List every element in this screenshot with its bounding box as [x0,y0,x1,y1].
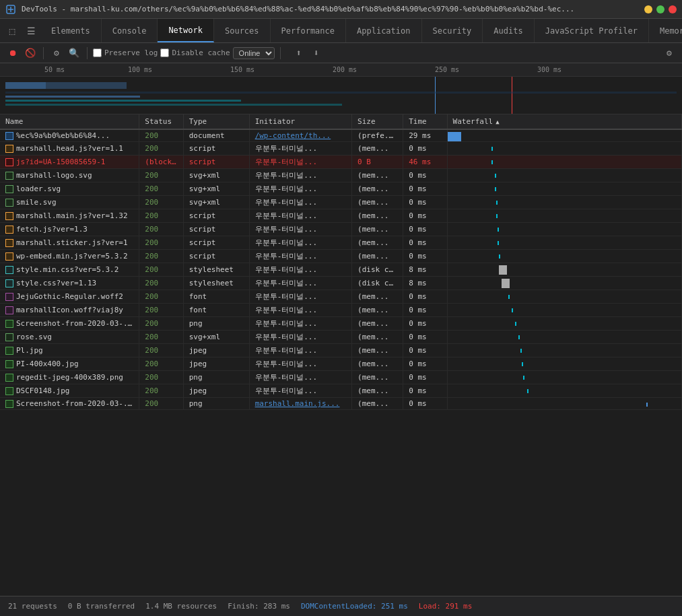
table-row[interactable]: marshall.head.js?ver=1.1200script우분투-터미널… [0,142,682,156]
stop-recording-btn[interactable]: ⏺ [5,46,20,61]
header-name[interactable]: Name [0,114,139,129]
script-file-icon [5,252,13,261]
waterfall-bar [502,279,510,288]
sort-arrow: ▲ [496,118,499,125]
table-row[interactable]: %ec%9a%b0%eb%b6%84...200document/wp-cont… [0,129,682,142]
table-row[interactable]: JejuGothic-Regular.woff2200font우분투-터미널..… [0,290,682,304]
file-name: marshall.main.js?ver=1.32 [16,211,128,220]
throttle-select[interactable]: Online [233,47,275,59]
minimize-btn[interactable] [644,5,652,13]
tab-js-profiler[interactable]: JavaScript Profiler [535,19,649,42]
header-type[interactable]: Type [183,114,249,129]
header-size[interactable]: Size [352,114,403,129]
cell-status: 200 [139,371,183,384]
cell-waterfall [447,277,681,290]
clear-btn[interactable]: 🚫 [23,46,38,61]
export-btn[interactable]: ⬇ [309,46,324,61]
ruler-250ms: 250 ms [435,63,459,76]
table-row[interactable]: style.css?ver=1.13200stylesheet우분투-터미널..… [0,277,682,290]
settings-btn[interactable]: ⚙ [662,46,677,61]
disable-cache-checkbox[interactable]: Disable cache [160,48,230,57]
cell-type: document [183,129,249,142]
table-row[interactable]: DSCF0148.jpg200jpeg우분투-터미널...(mem...0 ms [0,384,682,398]
cell-status: 200 [139,384,183,398]
search-btn[interactable]: 🔍 [67,46,81,61]
resources-size: 1.4 MB resources [145,602,217,611]
maximize-btn[interactable] [656,5,664,13]
table-row[interactable]: wp-embed.min.js?ver=5.3.2200script우분투-터미… [0,250,682,263]
cell-size: (mem... [352,142,403,156]
header-initiator[interactable]: Initiator [249,114,351,129]
table-row[interactable]: marshall.main.js?ver=1.32200script우분투-터미… [0,209,682,223]
tab-performance[interactable]: Performance [271,19,346,42]
cell-time: 0 ms [403,317,447,331]
tab-elements[interactable]: Elements [40,19,102,42]
table-row[interactable]: fetch.js?ver=1.3200script우분투-터미널...(mem.… [0,223,682,236]
svg-file-icon [5,185,13,193]
file-name: smile.svg [16,198,57,207]
table-row[interactable]: Screenshot-from-2020-03-...200pngmarshal… [0,398,682,410]
devtools-cursor-icon[interactable]: ⬚ [3,19,22,43]
cell-status: 200 [139,357,183,371]
table-row[interactable]: style.min.css?ver=5.3.2200stylesheet우분투-… [0,263,682,277]
cell-time: 0 ms [403,209,447,223]
table-row[interactable]: smile.svg200svg+xml우분투-터미널...(mem...0 ms [0,196,682,209]
table-row[interactable]: regedit-jpeg-400x389.png200png우분투-터미널...… [0,371,682,384]
table-row[interactable]: rose.svg200svg+xml우분투-터미널...(mem...0 ms [0,331,682,344]
tab-network[interactable]: Network [158,19,214,42]
header-status[interactable]: Status [139,114,183,129]
cell-waterfall [447,304,681,317]
header-waterfall[interactable]: Waterfall▲ [447,114,681,129]
cell-status: 200 [139,209,183,223]
devtools-mobile-icon[interactable]: ☰ [22,19,40,43]
table-row[interactable]: marshall-logo.svg200svg+xml우분투-터미널...(me… [0,169,682,182]
tab-sources[interactable]: Sources [214,19,271,42]
font-file-icon [5,293,13,301]
cell-size: (prefe... [352,129,403,142]
finish-time: Finish: 283 ms [228,602,290,611]
load-time: Load: 291 ms [419,602,472,611]
cell-type: svg+xml [183,169,249,182]
cell-status: 200 [139,263,183,277]
file-name: style.css?ver=1.13 [16,279,96,287]
cell-name: Screenshot-from-2020-03-... [0,398,139,410]
cell-name: Pl.jpg [0,344,139,357]
tab-memory[interactable]: Memory [649,19,682,42]
table-row[interactable]: js?id=UA-150085659-1(blocked...script우분투… [0,156,682,169]
cell-time: 0 ms [403,196,447,209]
cell-status: 200 [139,223,183,236]
filter-btn[interactable]: ⚙ [49,46,64,61]
cell-name: loader.svg [0,182,139,196]
import-btn[interactable]: ⬆ [292,46,306,61]
table-header: Name Status Type Initiator Size Time Wat… [0,114,682,129]
cell-name: regedit-jpeg-400x389.png [0,371,139,384]
table-row[interactable]: marshallIcon.woff?viaj8y200font우분투-터미널..… [0,304,682,317]
header-time[interactable]: Time [403,114,447,129]
cell-size: (mem... [352,344,403,357]
cell-time: 0 ms [403,304,447,317]
waterfall-dot [522,362,523,366]
tab-application[interactable]: Application [346,19,421,42]
cell-waterfall [447,129,681,142]
tab-audits[interactable]: Audits [483,19,534,42]
statusbar: 21 requests 0 B transferred 1.4 MB resou… [0,596,682,616]
cell-initiator: 우분투-터미널... [249,263,351,277]
tab-console[interactable]: Console [102,19,158,42]
network-table-container[interactable]: Name Status Type Initiator Size Time Wat… [0,114,682,596]
transferred-size: 0 B transferred [68,602,135,611]
table-row[interactable]: marshall.sticker.js?ver=1200script우분투-터미… [0,236,682,250]
close-btn[interactable] [669,5,677,13]
cell-status: 200 [139,142,183,156]
cell-size: (mem... [352,250,403,263]
table-row[interactable]: Screenshot-from-2020-03-...200png우분투-터미널… [0,317,682,331]
cell-initiator[interactable]: /wp-content/th... [249,129,351,142]
table-row[interactable]: Pl.jpg200jpeg우분투-터미널...(mem...0 ms [0,344,682,357]
cell-name: smile.svg [0,196,139,209]
cell-initiator[interactable]: marshall.main.js... [249,398,351,410]
cell-type: script [183,250,249,263]
tab-security[interactable]: Security [422,19,483,42]
table-row[interactable]: loader.svg200svg+xml우분투-터미널...(mem...0 m… [0,182,682,196]
table-row[interactable]: PI-400x400.jpg200jpeg우분투-터미널...(mem...0 … [0,357,682,371]
cell-type: stylesheet [183,277,249,290]
preserve-log-checkbox[interactable]: Preserve log [93,48,158,57]
